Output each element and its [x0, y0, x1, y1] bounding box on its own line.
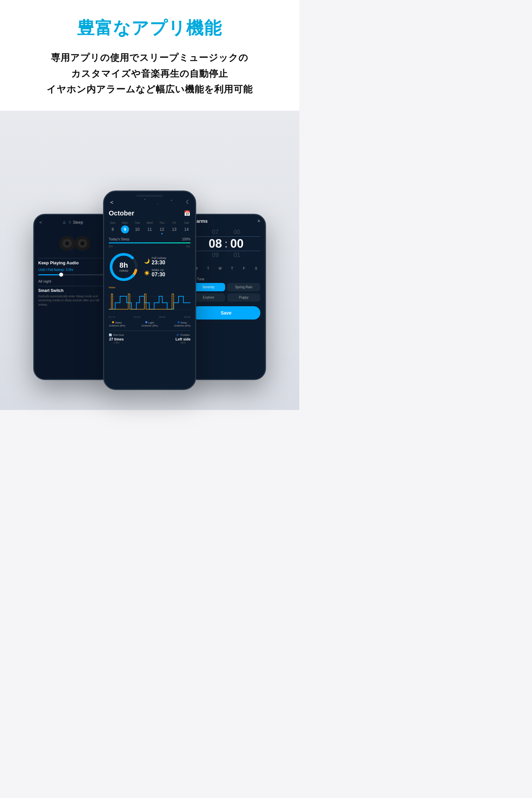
save-button[interactable]: Save: [192, 306, 260, 320]
hour-top: 07: [212, 229, 219, 236]
light-stat-value: 1h30min (8%): [141, 324, 158, 327]
keep-playing-title: Keep Playing Audio: [38, 260, 108, 265]
back-arrow[interactable]: ＜: [109, 198, 115, 206]
tune-grid: Serenity Spring Rain Explore Puppy: [192, 283, 260, 302]
time-4: 08:30: [184, 316, 191, 319]
chart-wake-label: Wake: [109, 286, 115, 289]
phone-center: ✦ ✦ ✦ ＜ ☾ October 📅 Sun 8 Mon 9: [103, 191, 196, 390]
todays-sleep-label: Today's Sleep: [109, 238, 129, 241]
fall-asleep-item: 🌙 Fall Asleep 23:30: [144, 256, 166, 266]
music-icon: ♫: [62, 220, 65, 225]
sleep-progress-row: Today's Sleep 100%: [109, 238, 191, 241]
sleep-chart-svg: [109, 290, 191, 314]
wake-dot: [112, 321, 114, 323]
header-section: 豊富なアプリ機能 専用アプリの使用でスリープミュージックの カスタマイズや音楽再…: [0, 0, 299, 111]
subtitle-line3: イヤホン内アラームなど幅広い機能を利用可能: [46, 84, 253, 94]
left-phone-header: ＜ ♫ ☽ Sleep: [38, 218, 108, 227]
time-separator: :: [225, 239, 228, 249]
hour-active: 08: [209, 236, 222, 251]
day-thu[interactable]: Thu 12: [158, 221, 166, 233]
sleep-asleep-label: Asleep: [119, 269, 128, 272]
fall-asleep-value: 3.0hr: [66, 268, 74, 272]
wake-tune-label: Up Tune: [192, 277, 260, 281]
divider: [38, 258, 108, 258]
day-mon[interactable]: Mon 9: [121, 221, 129, 233]
sleep-label: Sleep: [73, 220, 83, 225]
position-label: Position: [180, 334, 190, 337]
fall-asleep-time: 23:30: [152, 260, 166, 266]
deep-stat: Deep 1h30min (8%): [174, 321, 191, 327]
day-S[interactable]: S: [252, 264, 260, 273]
sleep-timer-slider[interactable]: [38, 274, 108, 275]
day-sun[interactable]: Sun 8: [109, 221, 117, 233]
donut-center: 8h Asleep: [119, 262, 128, 272]
moon-icon-sleep: 🌙: [144, 258, 150, 264]
bottom-stats: 🔄 Roll Over 27 times 1.6/h 💤 Position Le…: [109, 330, 191, 344]
days-selector: M T W T F S: [192, 264, 260, 273]
tune-serenity[interactable]: Serenity: [192, 283, 225, 291]
phone-right: Alarms × 07 08 09 : 00 00 01: [186, 214, 266, 380]
tune-explore[interactable]: Explore: [192, 293, 225, 302]
wake-up-label: Wake Up: [152, 268, 165, 272]
time-3: 06:00: [159, 316, 166, 319]
progress-labels: 8hr 8hr: [109, 245, 191, 248]
day-fri[interactable]: Fri 13: [170, 221, 178, 233]
wake-up-item: ☀️ Wake Up 07:30: [144, 268, 166, 278]
wake-stat: Wake 1h30min (8%): [109, 321, 125, 327]
roll-over-label: Roll Over: [113, 334, 124, 337]
fall-asleep-label: Fall Asleep: [152, 256, 166, 260]
position-pct: 53%: [180, 341, 186, 344]
phone-left: ＜ ♫ ☽ Sleep Kee: [33, 214, 113, 380]
right-phone-header: Alarms ×: [192, 218, 260, 224]
time-2: 03:33: [134, 316, 140, 319]
time-picker[interactable]: 07 08 09 : 00 00 01: [192, 229, 260, 259]
position-stat: 💤 Position Left side 53%: [175, 334, 191, 344]
wake-stat-value: 1h30min (8%): [109, 324, 125, 327]
hour-bottom: 09: [212, 252, 219, 259]
sleep-times: 🌙 Fall Asleep 23:30 ☀️ Wake Up 07:30: [144, 256, 166, 278]
deep-dot: [177, 321, 179, 323]
moon-icon: ☽: [68, 220, 71, 225]
moon-crescent-icon: ☾: [186, 199, 191, 205]
progress-left: 8hr: [109, 245, 113, 248]
svg-point-5: [80, 241, 84, 245]
close-button[interactable]: ×: [258, 218, 260, 224]
wake-stat-label: Wake: [115, 321, 122, 324]
light-stat: Light 1h30min (8%): [141, 321, 158, 327]
subtitle-line1: 専用アプリの使用でスリープミュージックの: [51, 53, 248, 63]
min-bottom: 01: [233, 252, 240, 259]
deep-stat-label: Deep: [180, 321, 187, 324]
svg-point-2: [65, 241, 69, 245]
hours-col[interactable]: 07 08 09: [209, 229, 222, 259]
divider2: [38, 286, 108, 286]
center-header: ＜ ☾: [109, 198, 191, 206]
roll-over-icon: 🔄: [109, 334, 112, 337]
roll-over-stat: 🔄 Roll Over 27 times 1.6/h: [109, 334, 124, 344]
day-tue[interactable]: Tue 10: [133, 221, 141, 233]
center-phone-content: ✦ ✦ ✦ ＜ ☾ October 📅 Sun 8 Mon 9: [104, 191, 195, 389]
phones-section: ＜ ♫ ☽ Sleep Kee: [0, 111, 299, 410]
progress-right: 8hr: [186, 245, 191, 248]
sleep-chart: Wake 01:11 03:33 06:00 0: [109, 286, 191, 319]
sleep-tab: ♫ ☽ Sleep: [62, 220, 83, 225]
month-label: October: [109, 209, 134, 217]
day-F[interactable]: F: [240, 264, 248, 273]
days-row: Sun 8 Mon 9 Tue 10 Wed 11 Thu 12: [109, 221, 191, 233]
tune-spring-rain[interactable]: Spring Rain: [227, 283, 260, 291]
roll-over-value: 27 times: [109, 337, 124, 341]
wake-up-time: 07:30: [152, 272, 165, 278]
day-W[interactable]: W: [216, 264, 225, 273]
day-T2[interactable]: T: [228, 264, 236, 273]
left-phone-content: ＜ ♫ ☽ Sleep Kee: [34, 215, 112, 379]
all-night-label: All night: [38, 279, 108, 283]
light-dot: [145, 321, 147, 323]
back-btn-left[interactable]: ＜: [38, 220, 43, 225]
sun-icon-wake: ☀️: [144, 270, 150, 276]
day-wed[interactable]: Wed 11: [146, 221, 154, 233]
tune-puppy[interactable]: Puppy: [227, 293, 260, 302]
progress-bar-fill: [109, 242, 191, 243]
chart-labels: Wake: [109, 286, 191, 289]
mins-col[interactable]: 00 00 01: [230, 229, 243, 259]
day-T1[interactable]: T: [204, 264, 212, 273]
day-sat[interactable]: Sat 14: [183, 221, 191, 233]
